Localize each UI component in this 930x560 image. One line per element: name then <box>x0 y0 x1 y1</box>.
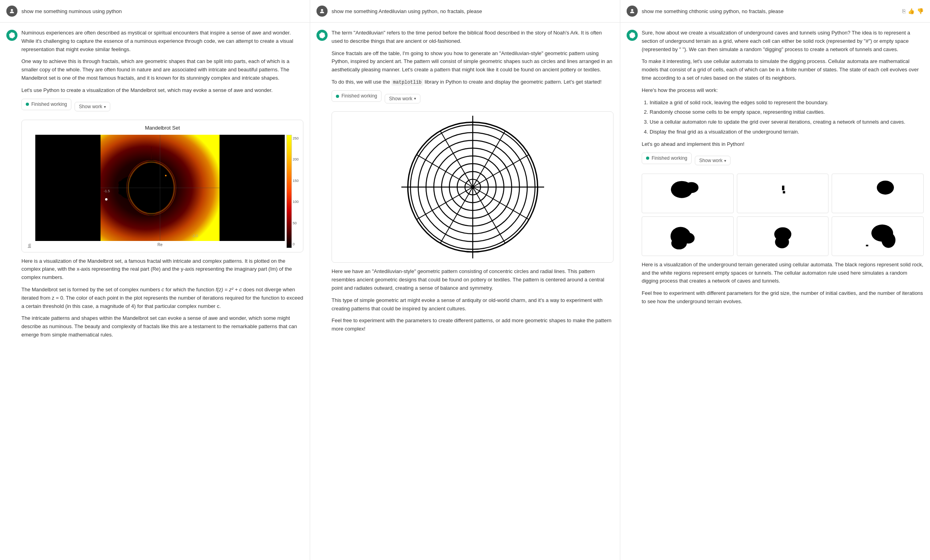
col3-dot <box>646 157 649 160</box>
svg-point-6 <box>147 206 156 216</box>
col1-para2: One way to achieve this is through fract… <box>21 57 303 82</box>
col2-show-work-label: Show work <box>389 96 412 101</box>
col3-body[interactable]: Sure, how about we create a visualizatio… <box>620 23 930 560</box>
svg-rect-58 <box>678 235 689 239</box>
col2-matplotlib-code: matplotlib <box>391 79 423 86</box>
col1-cb-250: 250 <box>293 136 299 141</box>
col1-ai-block: Numinous experiences are often described… <box>6 29 303 339</box>
col3-header: show me something chthonic using python,… <box>620 0 930 23</box>
col2-circle-plot <box>336 116 609 258</box>
svg-rect-53 <box>881 185 886 188</box>
col2-message: The term "Antediluvian" refers to the ti… <box>332 29 614 333</box>
col2-post1: Here we have an "Antediluvian-style" geo… <box>332 268 614 292</box>
col1-message: Numinous experiences are often described… <box>21 29 303 339</box>
col2-post2: This type of simple geometric art might … <box>332 296 614 313</box>
col3-transition: Let's go ahead and implement this in Pyt… <box>642 140 924 149</box>
col3-cave-svg-2 <box>737 174 828 213</box>
col3-cave-svg-5 <box>737 217 828 256</box>
col3-finished-bar: Finished working Show work ▾ <box>642 153 924 169</box>
col1-cb-50: 50 <box>293 220 299 226</box>
user-avatar-2 <box>316 6 328 17</box>
col1-header: show me something numinous using python <box>0 0 310 23</box>
col3-thumbdown-btn[interactable]: 👎 <box>917 8 924 14</box>
col3-chevron-icon: ▾ <box>724 159 726 163</box>
col1-post3: The intricate patterns and shapes within… <box>21 314 303 339</box>
col2-dot <box>336 95 339 98</box>
col2-header: show me something Antediluvian using pyt… <box>310 0 620 23</box>
svg-point-10 <box>119 191 123 195</box>
col3-cave-cell-4 <box>642 216 734 256</box>
col3-steps-list: Initialize a grid of solid rock, leaving… <box>642 99 924 136</box>
col3-cave-cell-5 <box>737 216 829 256</box>
col3-step1: Initialize a grid of solid rock, leaving… <box>650 99 924 107</box>
col3-ai-block: Sure, how about we create a visualizatio… <box>627 29 924 306</box>
svg-rect-67 <box>882 232 890 241</box>
col3-query: show me something chthonic using python,… <box>642 8 784 14</box>
col2-finished-bar: Finished working Show work ▾ <box>332 90 614 107</box>
col3-finished-label: Finished working <box>652 155 687 162</box>
col1-mandelbrot-svg: -1.5 -2.0 <box>35 135 285 241</box>
col3-cave-svg-4 <box>642 217 733 256</box>
col2-finished-label: Finished working <box>341 92 377 100</box>
col1-para3: Let's use Python to create a visualizati… <box>21 86 303 95</box>
col1-post1: Here is a visualization of the Mandelbro… <box>21 257 303 282</box>
col1-ai-avatar <box>6 30 17 41</box>
col2-post3: Feel free to experiment with the paramet… <box>332 317 614 333</box>
col1-cb-200: 200 <box>293 157 299 162</box>
col2-ai-block: The term "Antediluvian" refers to the ti… <box>316 29 614 333</box>
col1-query: show me something numinous using python <box>21 8 122 14</box>
col3-finished-working: Finished working <box>642 153 692 164</box>
svg-point-8 <box>159 197 165 204</box>
col3-step2: Randomly choose some cells to be empty s… <box>650 108 924 117</box>
svg-text:-2.0: -2.0 <box>192 234 198 238</box>
svg-rect-59 <box>676 245 679 247</box>
col1-mandelbrot-canvas: -1.5 -2.0 <box>35 135 285 241</box>
col3-cave-cell-6 <box>832 216 924 256</box>
main-container: show me something numinous using python … <box>0 0 930 560</box>
col3-intro3: Here's how the process will work: <box>642 86 924 95</box>
col3-cave-cell-2 <box>737 174 829 213</box>
col2-query: show me something Antediluvian using pyt… <box>332 8 482 14</box>
col1-show-work-btn[interactable]: Show work ▾ <box>75 102 110 111</box>
col2-circles-svg <box>401 116 544 258</box>
col2-para2: Since fractals are off the table, I'm go… <box>332 50 614 74</box>
col3-thumbup-btn[interactable]: 👍 <box>908 8 915 14</box>
svg-point-52 <box>877 180 894 194</box>
svg-rect-47 <box>678 189 686 192</box>
svg-point-5 <box>147 160 156 169</box>
col1-x-axis: Re <box>35 242 285 248</box>
svg-point-43 <box>631 9 633 11</box>
col3-ai-avatar <box>627 30 638 41</box>
col3-caves-grid <box>642 174 924 256</box>
svg-rect-50 <box>782 191 785 193</box>
col3-cave-svg-3 <box>832 174 923 213</box>
col3-cave-svg-1 <box>642 174 733 213</box>
col1-chevron-icon: ▾ <box>104 105 106 109</box>
col3-post2: Feel free to experiment with different p… <box>642 289 924 306</box>
col1-finished-bar: Finished working Show work ▾ <box>21 99 303 115</box>
col2-para1: The term "Antediluvian" refers to the ti… <box>332 29 614 46</box>
svg-rect-49 <box>782 185 784 190</box>
col1-colorbar-gradient <box>286 135 292 248</box>
col2-ai-avatar <box>316 30 328 41</box>
col3-show-work-label: Show work <box>699 158 723 163</box>
col3-header-actions: ⎘ 👍 👎 <box>902 8 924 14</box>
col3-post1: Here is a visualization of the undergrou… <box>642 261 924 285</box>
col1-body[interactable]: Numinous experiences are often described… <box>0 23 310 560</box>
svg-rect-51 <box>858 174 897 213</box>
column-antediluvian: show me something Antediluvian using pyt… <box>310 0 620 560</box>
col3-show-work-btn[interactable]: Show work ▾ <box>695 156 731 165</box>
svg-point-7 <box>159 172 165 178</box>
col3-cave-cell-3 <box>832 174 924 213</box>
col1-y-axis-label: Im <box>26 135 34 248</box>
col1-finished-label: Finished working <box>31 101 67 108</box>
col1-plot-title: Mandelbrot Set <box>26 124 299 132</box>
col2-show-work-btn[interactable]: Show work ▾ <box>385 94 420 103</box>
svg-point-18 <box>321 9 323 11</box>
col1-post2: The Mandelbrot set is formed by the set … <box>21 286 303 310</box>
col3-copy-btn[interactable]: ⎘ <box>902 8 905 14</box>
col2-chevron-icon: ▾ <box>414 96 416 101</box>
col2-body[interactable]: The term "Antediluvian" refers to the ti… <box>310 23 620 560</box>
col3-intro2: To make it interesting, let's use cellul… <box>642 57 924 82</box>
col3-cave-cell-1 <box>642 174 734 213</box>
